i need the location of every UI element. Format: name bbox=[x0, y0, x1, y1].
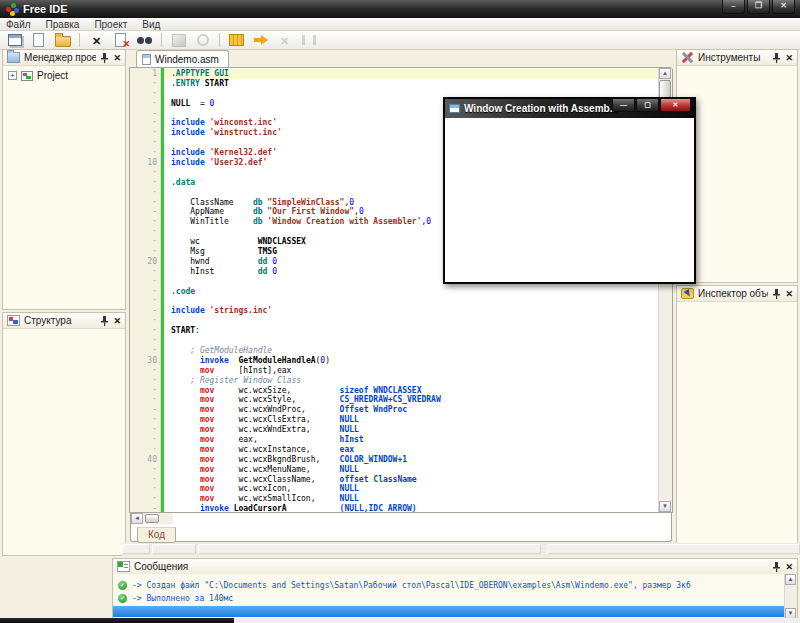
close-icon[interactable]: ✕ bbox=[113, 53, 121, 63]
code-line[interactable]: mov wc.wcxClassName, offset ClassName bbox=[164, 475, 658, 485]
messages-list: ✓-> Создан файл "C:\Documents and Settin… bbox=[113, 574, 797, 619]
pin-icon[interactable] bbox=[772, 562, 781, 572]
panel-title: Инструменты bbox=[698, 52, 768, 63]
window-frame-bottom-edge bbox=[0, 618, 234, 623]
scroll-up-icon[interactable]: ▲ bbox=[659, 68, 671, 79]
open-button[interactable] bbox=[52, 32, 73, 49]
run-button[interactable] bbox=[250, 32, 271, 49]
close-icon[interactable]: ✕ bbox=[785, 562, 793, 572]
code-line[interactable]: ; GetModuleHandle bbox=[164, 346, 658, 356]
line-number: - bbox=[130, 504, 157, 513]
line-number: · bbox=[130, 277, 157, 287]
code-line[interactable] bbox=[164, 296, 658, 306]
tree-item-project[interactable]: + Project bbox=[3, 66, 125, 81]
line-number: 20 bbox=[130, 257, 157, 267]
pin-icon[interactable] bbox=[772, 53, 781, 63]
messages-scrollbar[interactable]: ▲ ▼ bbox=[784, 574, 797, 619]
code-line[interactable]: mov wc.wcxBkgndBrush, COLOR_WINDOW+1 bbox=[164, 455, 658, 465]
expand-icon[interactable]: + bbox=[8, 71, 17, 80]
close-icon[interactable]: ✕ bbox=[113, 316, 121, 326]
code-line[interactable]: .ENTRY START bbox=[164, 79, 658, 89]
code-line[interactable]: mov eax, hInst bbox=[164, 435, 658, 445]
close-icon[interactable]: ✕ bbox=[772, 0, 795, 14]
app-window-titlebar[interactable]: Window Creation with Assemb... — ▢ ✕ bbox=[445, 99, 694, 118]
pin-icon[interactable] bbox=[100, 316, 109, 326]
code-line[interactable]: .code bbox=[164, 287, 658, 297]
save-icon bbox=[172, 34, 186, 47]
code-line[interactable]: mov wc.wcxWndProc, Offset WndProc bbox=[164, 405, 658, 415]
message-row[interactable]: ✓-> Создан файл "C:\Documents and Settin… bbox=[113, 579, 797, 592]
message-row[interactable]: ✓-> Выполнено за 140мс bbox=[113, 592, 797, 605]
code-line[interactable] bbox=[164, 336, 658, 346]
close-all-button[interactable] bbox=[110, 32, 131, 49]
code-line[interactable]: invoke GetModuleHandleA(0) bbox=[164, 356, 658, 366]
code-line[interactable]: mov wc.wcxStyle, CS_HREDRAW+CS_VREDRAW bbox=[164, 395, 658, 405]
panel-object-inspector: Инспектор объектов ✕ bbox=[676, 285, 798, 556]
stop-icon bbox=[280, 31, 289, 49]
tools-icon bbox=[681, 52, 694, 63]
save-button[interactable] bbox=[168, 32, 189, 49]
maximize-icon[interactable]: ▢ bbox=[636, 99, 659, 112]
code-line[interactable]: mov wc.wcxWndExtra, NULL bbox=[164, 425, 658, 435]
toolbar bbox=[0, 31, 800, 50]
code-line[interactable]: mov wc.wcxIcon, NULL bbox=[164, 484, 658, 494]
titlebar[interactable]: Free IDE – ❐ ✕ bbox=[0, 0, 800, 18]
stop-button[interactable] bbox=[274, 32, 295, 49]
code-line[interactable]: mov wc.wcxInstance, eax bbox=[164, 445, 658, 455]
code-line[interactable]: mov [hInst],eax bbox=[164, 366, 658, 376]
app-window-title: Window Creation with Assemb... bbox=[464, 103, 618, 114]
tab-code-view[interactable]: Код bbox=[137, 527, 176, 543]
restore-icon[interactable]: ❐ bbox=[747, 0, 770, 14]
line-number: · bbox=[130, 445, 157, 455]
code-line[interactable]: START: bbox=[164, 326, 658, 336]
close-icon[interactable]: ✕ bbox=[660, 99, 691, 112]
status-segment bbox=[122, 544, 150, 554]
pin-icon[interactable] bbox=[772, 289, 781, 299]
menu-view[interactable]: Вид bbox=[142, 19, 160, 30]
panel-title: Структура bbox=[24, 315, 96, 326]
panel-header: Менеджер проекта ✕ bbox=[3, 50, 125, 66]
new-file-button[interactable] bbox=[28, 32, 49, 49]
code-line[interactable]: include 'strings.inc' bbox=[164, 306, 658, 316]
status-segment bbox=[152, 544, 196, 554]
panel-messages: Сообщения ✕ ✓-> Создан файл "C:\Document… bbox=[112, 558, 798, 620]
pause-button[interactable] bbox=[298, 32, 319, 49]
menu-file[interactable]: Файл bbox=[6, 19, 31, 30]
minimize-icon[interactable]: – bbox=[722, 0, 745, 14]
line-number: · bbox=[130, 336, 157, 346]
minimize-icon[interactable]: — bbox=[612, 99, 635, 112]
code-line[interactable]: .APPTYPE GUI bbox=[164, 69, 658, 79]
tab-windemo-asm[interactable]: Windemo.asm bbox=[136, 50, 229, 67]
code-line[interactable] bbox=[164, 316, 658, 326]
panel-project-manager: Менеджер проекта ✕ + Project bbox=[2, 49, 126, 310]
build-button[interactable] bbox=[226, 32, 247, 49]
code-line[interactable]: mov wc.wcxSize, sizeof WNDCLASSEX bbox=[164, 386, 658, 396]
horizontal-scrollbar[interactable]: ◄ bbox=[131, 513, 173, 524]
code-line[interactable]: invoke LoadCursorA (NULL,IDC_ARROW) bbox=[164, 504, 658, 512]
code-line[interactable]: mov wc.wcxSmallIcon, NULL bbox=[164, 494, 658, 504]
close-icon[interactable]: ✕ bbox=[785, 53, 793, 63]
new-project-button[interactable] bbox=[4, 32, 25, 49]
line-number: · bbox=[130, 376, 157, 386]
close-button[interactable] bbox=[86, 32, 107, 49]
line-number: · bbox=[130, 188, 157, 198]
scroll-down-icon[interactable]: ▼ bbox=[659, 501, 671, 512]
scroll-left-icon[interactable]: ◄ bbox=[131, 513, 143, 524]
code-line[interactable]: mov wc.wcxMenuName, NULL bbox=[164, 465, 658, 475]
find-button[interactable] bbox=[134, 32, 155, 49]
scroll-up-icon[interactable]: ▲ bbox=[785, 574, 796, 585]
code-line[interactable]: mov wc.wcxClsExtra, NULL bbox=[164, 415, 658, 425]
line-number: · bbox=[130, 79, 157, 89]
attach-button[interactable] bbox=[192, 32, 213, 49]
new-project-icon bbox=[8, 34, 22, 46]
pin-icon[interactable] bbox=[100, 53, 109, 63]
object-inspector-icon bbox=[681, 288, 694, 299]
menu-project[interactable]: Проект bbox=[94, 19, 127, 30]
code-line[interactable]: ; Register Window Class bbox=[164, 376, 658, 386]
free-ide-window: Free IDE – ❐ ✕ ФайлПравкаПроектВид Менед… bbox=[0, 0, 800, 623]
selected-message-row[interactable] bbox=[113, 606, 786, 617]
close-icon[interactable]: ✕ bbox=[785, 289, 793, 299]
hscrollbar-thumb[interactable] bbox=[145, 514, 159, 523]
panel-header: Инструменты ✕ bbox=[677, 50, 797, 66]
menu-edit[interactable]: Правка bbox=[46, 19, 80, 30]
